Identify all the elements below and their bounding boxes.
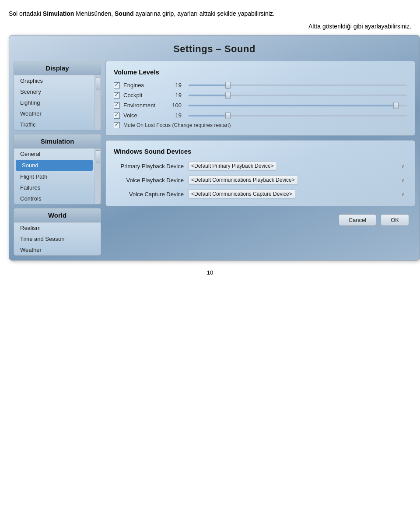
sidebar-world-items: Realism Time and Season Weather	[14, 222, 101, 255]
device-rows: Primary Playback Device <Default Primary…	[114, 161, 407, 199]
sidebar-display-header: Display	[14, 61, 101, 75]
sidebar-item-weather-display[interactable]: Weather	[14, 108, 94, 119]
voice-capture-select-wrapper: <Default Communications Capture Device>	[188, 189, 407, 199]
page-wrapper: Sol ortadaki Simulation Menüsünden, Soun…	[0, 0, 420, 293]
mute-checkbox[interactable]	[114, 122, 120, 128]
sidebar-item-scenery[interactable]: Scenery	[14, 86, 94, 97]
cockpit-slider-fill	[189, 95, 228, 96]
primary-device-select[interactable]: <Default Primary Playback Device>	[188, 161, 277, 171]
volume-rows: Engines 19 Cockpit 19	[114, 82, 407, 119]
volume-panel-title: Volume Levels	[114, 68, 407, 76]
cockpit-slider-track[interactable]	[189, 95, 407, 96]
content-area: Volume Levels Engines 19	[105, 61, 415, 256]
engines-checkbox[interactable]	[114, 82, 120, 88]
engines-label: Engines	[123, 82, 163, 88]
sidebar-item-traffic[interactable]: Traffic	[14, 119, 94, 130]
voice-slider-track[interactable]	[189, 115, 407, 116]
sidebar-world-section: World Realism Time and Season Weather	[14, 208, 101, 256]
voice-playback-select-wrapper: <Default Communications Playback Device>	[188, 175, 407, 185]
voice-playback-label: Voice Playback Device	[114, 177, 184, 183]
environment-label: Environment	[123, 102, 163, 109]
scrollbar-thumb-simulation[interactable]	[96, 150, 100, 163]
volume-row-environment: Environment 100	[114, 102, 407, 109]
sidebar-item-flight-path[interactable]: Flight Path	[14, 171, 94, 182]
sidebar-simulation-scroll-area: General Sound Flight Path Failures Contr…	[14, 148, 101, 204]
sidebar-item-lighting[interactable]: Lighting	[14, 97, 94, 108]
volume-row-voice: Voice 19	[114, 112, 407, 119]
voice-slider-fill	[189, 115, 228, 116]
sidebar-simulation-items: General Sound Flight Path Failures Contr…	[14, 148, 94, 204]
device-row-primary: Primary Playback Device <Default Primary…	[114, 161, 407, 171]
engines-slider-fill	[189, 85, 228, 86]
dialog-footer: Cancel OK	[105, 211, 415, 231]
sidebar-display-items: Graphics Scenery Lighting Weather Traffi…	[14, 75, 94, 130]
sidebar-simulation-scrollbar[interactable]	[94, 148, 101, 204]
top-paragraph-1: Sol ortadaki Simulation Menüsünden, Soun…	[9, 9, 411, 18]
page-number: 10	[9, 269, 411, 276]
sidebar-display-scrollbar[interactable]	[94, 75, 101, 130]
top-paragraph-2: Altta gösterildiği gibi ayarlayabilirsin…	[9, 23, 411, 30]
environment-slider-fill	[189, 105, 396, 106]
settings-dialog: Settings – Sound Display Graphics Scener…	[9, 35, 420, 261]
sidebar-item-controls[interactable]: Controls	[14, 193, 94, 204]
voice-label: Voice	[123, 112, 163, 119]
environment-slider-thumb[interactable]	[393, 102, 399, 109]
voice-capture-select[interactable]: <Default Communications Capture Device>	[188, 189, 295, 199]
sound-devices-panel: Windows Sound Devices Primary Playback D…	[105, 140, 415, 206]
volume-row-engines: Engines 19	[114, 82, 407, 88]
scrollbar-thumb-display[interactable]	[96, 77, 100, 90]
ok-button[interactable]: OK	[381, 214, 409, 226]
engines-slider-thumb[interactable]	[225, 82, 231, 89]
environment-checkbox[interactable]	[114, 102, 120, 109]
sidebar-simulation-section: Simulation General Sound Flight Path Fai…	[14, 134, 101, 204]
environment-slider-track[interactable]	[189, 105, 407, 106]
sidebar-item-time-and-season[interactable]: Time and Season	[14, 233, 101, 244]
voice-capture-label: Voice Capture Device	[114, 191, 184, 197]
voice-checkbox[interactable]	[114, 113, 120, 119]
cancel-button[interactable]: Cancel	[339, 214, 376, 226]
engines-slider-track[interactable]	[189, 85, 407, 86]
engines-value: 19	[166, 82, 182, 88]
primary-device-select-wrapper: <Default Primary Playback Device>	[188, 161, 407, 171]
cockpit-label: Cockpit	[123, 92, 163, 99]
voice-playback-select[interactable]: <Default Communications Playback Device>	[188, 175, 298, 185]
environment-value: 100	[166, 102, 182, 109]
sound-devices-title: Windows Sound Devices	[114, 148, 407, 155]
voice-value: 19	[166, 112, 182, 119]
volume-levels-panel: Volume Levels Engines 19	[105, 61, 415, 136]
dialog-body: Display Graphics Scenery Lighting Weathe…	[9, 61, 420, 260]
sidebar-item-sound[interactable]: Sound	[16, 160, 93, 171]
sidebar-item-graphics[interactable]: Graphics	[14, 75, 94, 86]
mute-label: Mute On Lost Focus (Change requires rest…	[123, 122, 231, 128]
device-row-voice-playback: Voice Playback Device <Default Communica…	[114, 175, 407, 185]
sidebar-item-weather-world[interactable]: Weather	[14, 244, 101, 255]
cockpit-slider-thumb[interactable]	[225, 92, 231, 99]
volume-row-cockpit: Cockpit 19	[114, 92, 407, 99]
cockpit-checkbox[interactable]	[114, 92, 120, 99]
sidebar-display-scroll-area: Graphics Scenery Lighting Weather Traffi…	[14, 75, 101, 130]
sidebar-display-section: Display Graphics Scenery Lighting Weathe…	[14, 61, 101, 130]
primary-device-label: Primary Playback Device	[114, 163, 184, 169]
sidebar-item-realism[interactable]: Realism	[14, 222, 101, 233]
sidebar-simulation-header: Simulation	[14, 134, 101, 148]
voice-slider-thumb[interactable]	[225, 112, 231, 119]
mute-row: Mute On Lost Focus (Change requires rest…	[114, 122, 407, 128]
sidebar: Display Graphics Scenery Lighting Weathe…	[14, 61, 101, 256]
dialog-title: Settings – Sound	[9, 35, 420, 61]
device-row-voice-capture: Voice Capture Device <Default Communicat…	[114, 189, 407, 199]
cockpit-value: 19	[166, 92, 182, 99]
sidebar-world-header: World	[14, 208, 101, 222]
sidebar-item-failures[interactable]: Failures	[14, 182, 94, 193]
sidebar-item-general[interactable]: General	[14, 148, 94, 159]
